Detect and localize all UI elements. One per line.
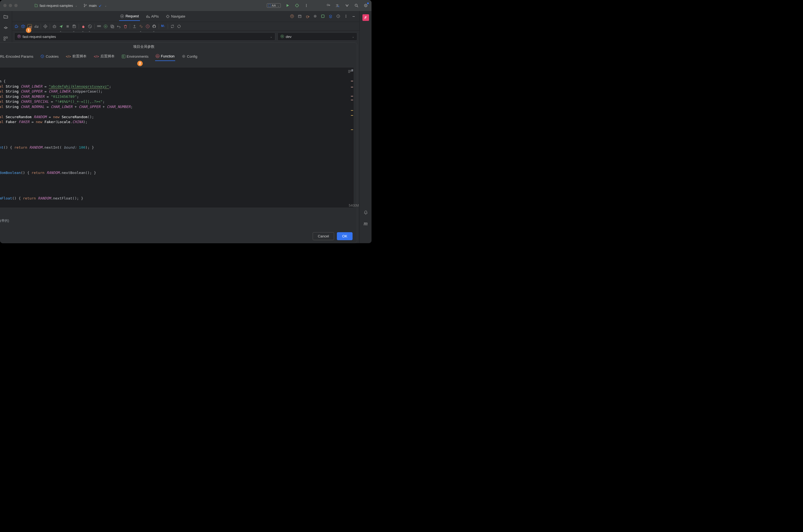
add-icon[interactable] xyxy=(104,24,108,28)
svg-rect-45 xyxy=(73,25,75,26)
soft-wrap-icon[interactable] xyxy=(348,69,352,74)
fast-request-icon[interactable]: F xyxy=(362,14,369,21)
apis-icon xyxy=(146,15,150,18)
copy-icon[interactable] xyxy=(110,24,114,28)
window-controls[interactable] xyxy=(3,4,18,7)
project-combo[interactable]: ⓟ fast-request-samples ⌄ xyxy=(14,33,275,41)
svg-point-12 xyxy=(364,4,367,7)
branch-selector[interactable]: main ↙ ⌄ xyxy=(83,4,106,8)
minimap[interactable] xyxy=(350,68,354,207)
titlebar: fast-request-samples ⌄ main ↙ ⌄ AA⌄ 文A xyxy=(0,0,371,11)
tab-apis[interactable]: APIs xyxy=(145,12,160,21)
svg-rect-15 xyxy=(4,37,5,38)
tab-config[interactable]: Config xyxy=(181,52,198,61)
history-icon[interactable] xyxy=(145,24,150,28)
markdown-icon[interactable]: M↓ xyxy=(161,24,166,28)
svg-point-13 xyxy=(365,5,366,6)
group-icon[interactable] xyxy=(97,24,101,28)
tab-environments[interactable]: EEnvironments xyxy=(121,52,149,61)
tab-navigate[interactable]: Navigate xyxy=(165,12,186,21)
send-icon[interactable]: ⌄ xyxy=(59,24,63,28)
svg-text:?: ? xyxy=(338,15,339,18)
block-icon[interactable]: ⌄ xyxy=(88,24,92,28)
svg-point-62 xyxy=(43,56,43,56)
env-letter-icon: ⓔ xyxy=(280,34,284,39)
target-icon[interactable] xyxy=(43,24,48,28)
branch-name: main xyxy=(89,4,96,8)
svg-point-4 xyxy=(296,4,298,7)
project-selector[interactable]: fast-request-samples ⌄ xyxy=(34,4,77,8)
main-panel: Request APIs Navigate ? xyxy=(12,11,360,243)
bell-icon[interactable] xyxy=(363,210,368,215)
reset-link[interactable]: 重置 xyxy=(0,62,357,68)
svg-point-14 xyxy=(5,27,6,28)
stop-icon[interactable] xyxy=(66,24,70,28)
env-combo[interactable]: ⓔ dev ⌄ xyxy=(277,33,357,41)
svg-point-37 xyxy=(346,16,346,16)
svg-rect-48 xyxy=(99,25,101,27)
svg-rect-16 xyxy=(6,37,7,38)
more-menu[interactable] xyxy=(304,3,309,8)
action-toolbar: ⌄ ⌄ ⌄ ⌄ ⌄ ⌄ M↓ xyxy=(12,22,360,31)
reader-mode-toggle[interactable]: AA⌄ xyxy=(267,3,281,8)
cookie-icon xyxy=(40,54,44,58)
upload-icon[interactable] xyxy=(290,14,294,19)
svg-point-1 xyxy=(84,6,85,7)
plugin-tabs: Request APIs Navigate xyxy=(119,12,186,21)
tab-urlencoded[interactable]: URL-Encoded Params xyxy=(0,52,34,61)
undo-icon[interactable] xyxy=(116,24,121,28)
tab-function[interactable]: mFunction xyxy=(155,52,175,61)
run-button[interactable] xyxy=(285,3,290,8)
coffee-icon[interactable] xyxy=(306,14,310,19)
tab-prescript[interactable]: </>前置脚本 xyxy=(65,52,87,61)
svg-point-36 xyxy=(346,15,346,15)
dialog-title: 项目全局参数 xyxy=(133,44,154,49)
square-icon[interactable] xyxy=(321,14,325,19)
memory-indicator[interactable]: 5400M xyxy=(349,204,359,207)
folder-icon[interactable] xyxy=(3,14,9,20)
puzzle-icon[interactable] xyxy=(14,24,19,28)
refresh-icon[interactable] xyxy=(170,24,175,28)
fire-icon[interactable]: ⌄ xyxy=(81,24,86,28)
save-icon[interactable]: ⌄ xyxy=(72,24,76,28)
collab-icon[interactable] xyxy=(326,3,331,8)
export-icon[interactable] xyxy=(132,24,137,28)
svg-point-42 xyxy=(54,26,54,27)
ai-icon[interactable] xyxy=(345,3,349,8)
structure-icon[interactable] xyxy=(3,36,9,42)
cube-icon[interactable] xyxy=(21,24,25,28)
code-area[interactable]: import ... public class FrFunction { pri… xyxy=(0,68,350,207)
link-icon[interactable]: ⌄ xyxy=(139,24,143,28)
sync-icon[interactable] xyxy=(177,24,181,28)
svg-point-8 xyxy=(327,4,329,6)
debug-button[interactable] xyxy=(294,3,299,8)
github-icon[interactable]: ⌄ xyxy=(152,24,157,28)
calendar-icon[interactable] xyxy=(298,14,302,19)
gear-icon[interactable] xyxy=(313,14,317,19)
minimize-icon[interactable] xyxy=(352,14,356,19)
robot-icon[interactable] xyxy=(52,24,57,28)
function-icon: m xyxy=(156,54,160,58)
svg-point-38 xyxy=(346,17,346,17)
code-editor[interactable]: 1891011121314151617181920212225262728293… xyxy=(0,68,354,207)
trash-icon[interactable] xyxy=(123,24,128,28)
help-icon[interactable]: ? xyxy=(336,14,341,19)
translate-icon[interactable]: 文A xyxy=(335,3,340,8)
tab-postscript[interactable]: </>后置脚本 xyxy=(93,52,115,61)
menu-icon[interactable] xyxy=(344,14,348,19)
search-icon[interactable] xyxy=(354,3,359,8)
svg-text:A: A xyxy=(338,5,339,8)
project-letter-icon: ⓟ xyxy=(17,34,21,39)
svg-point-11 xyxy=(355,4,357,6)
svg-point-5 xyxy=(306,4,307,5)
commit-icon[interactable] xyxy=(3,25,9,31)
svg-rect-41 xyxy=(53,25,56,28)
analytics-icon[interactable] xyxy=(34,24,38,28)
layers-icon[interactable] xyxy=(329,14,333,19)
settings-icon[interactable] xyxy=(363,3,368,8)
cancel-button[interactable]: Cancel xyxy=(313,232,334,240)
tab-cookies[interactable]: Cookies xyxy=(40,52,59,61)
tab-request[interactable]: Request xyxy=(119,12,140,21)
maven-icon[interactable]: m xyxy=(364,221,367,227)
ok-button[interactable]: OK xyxy=(337,232,352,240)
